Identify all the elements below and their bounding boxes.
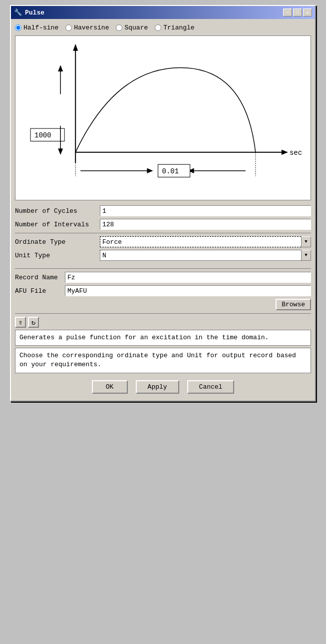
radio-half-sine[interactable]: Half-sine	[15, 24, 58, 31]
unit-row: Unit Type N kN lbf kip ▼	[15, 250, 311, 261]
record-name-input[interactable]	[65, 272, 311, 283]
unit-select[interactable]: N kN lbf kip	[100, 250, 311, 261]
radio-half-sine-label: Half-sine	[23, 24, 58, 31]
afu-file-label: AFU File	[15, 287, 65, 295]
divider-3	[15, 313, 311, 314]
svg-text:1000: 1000	[34, 131, 51, 139]
window-title: Pulse	[25, 9, 44, 16]
unit-select-wrapper: N kN lbf kip ▼	[100, 250, 311, 261]
title-buttons: ─ □ ✕	[283, 8, 312, 16]
browse-row: Browse	[15, 299, 311, 310]
ok-button[interactable]: OK	[92, 380, 128, 394]
info-icons-row: ⇑ ↻	[15, 317, 311, 328]
afu-file-input[interactable]	[65, 285, 311, 296]
chart-container: sec 1000	[15, 35, 311, 200]
chart-scrollbar: ◄ ►	[15, 200, 311, 200]
svg-text:0.01: 0.01	[162, 167, 179, 175]
svg-text:sec: sec	[290, 149, 302, 157]
main-window: 🔧 Pulse ─ □ ✕ Half-sine Haversine Square	[10, 5, 316, 402]
divider-2	[15, 268, 311, 269]
browse-button[interactable]: Browse	[276, 299, 311, 310]
ordinate-label: Ordinate Type	[15, 238, 100, 246]
chart-svg: sec 1000	[15, 36, 311, 200]
radio-haversine[interactable]: Haversine	[65, 24, 109, 31]
record-section: Record Name AFU File Browse	[15, 272, 311, 310]
radio-triangle-label: Triangle	[163, 24, 194, 31]
bottom-buttons: OK Apply Cancel	[15, 377, 311, 397]
apply-button[interactable]: Apply	[136, 380, 179, 394]
ordinate-select[interactable]: Force Acceleration Velocity Displacement	[100, 236, 311, 247]
cycles-label: Number of Cycles	[15, 207, 100, 215]
radio-group: Half-sine Haversine Square Triangle	[15, 23, 311, 32]
title-bar: 🔧 Pulse ─ □ ✕	[11, 6, 315, 19]
refresh-icon-button[interactable]: ↻	[28, 317, 39, 328]
divider-1	[15, 233, 311, 233]
info-box-2: Choose the corresponding ordinate type a…	[15, 348, 311, 373]
cycles-input[interactable]	[100, 205, 311, 216]
unit-label: Unit Type	[15, 252, 100, 259]
cancel-button[interactable]: Cancel	[187, 380, 235, 394]
radio-square-label: Square	[124, 24, 148, 31]
cycles-row: Number of Cycles	[15, 205, 311, 216]
intervals-row: Number of Intervals	[15, 219, 311, 230]
info-box-1: Generates a pulse function for an excita…	[15, 330, 311, 346]
record-name-row: Record Name	[15, 272, 311, 283]
close-button[interactable]: ✕	[303, 8, 312, 16]
ordinate-select-wrapper: Force Acceleration Velocity Displacement…	[100, 236, 311, 247]
radio-square[interactable]: Square	[116, 24, 148, 31]
chart-area: sec 1000	[15, 36, 311, 200]
minimize-button[interactable]: ─	[283, 8, 292, 16]
title-bar-left: 🔧 Pulse	[14, 8, 44, 16]
collapse-icon-button[interactable]: ⇑	[15, 317, 26, 328]
app-icon: 🔧	[14, 8, 22, 16]
window-content: Half-sine Haversine Square Triangle	[11, 19, 315, 401]
ordinate-row: Ordinate Type Force Acceleration Velocit…	[15, 236, 311, 247]
form-section: Number of Cycles Number of Intervals Ord…	[15, 203, 311, 265]
record-name-label: Record Name	[15, 274, 65, 281]
intervals-label: Number of Intervals	[15, 221, 100, 228]
maximize-button[interactable]: □	[293, 8, 302, 16]
radio-haversine-label: Haversine	[74, 24, 109, 31]
intervals-input[interactable]	[100, 219, 311, 230]
radio-triangle[interactable]: Triangle	[155, 24, 194, 31]
afu-file-row: AFU File	[15, 285, 311, 296]
